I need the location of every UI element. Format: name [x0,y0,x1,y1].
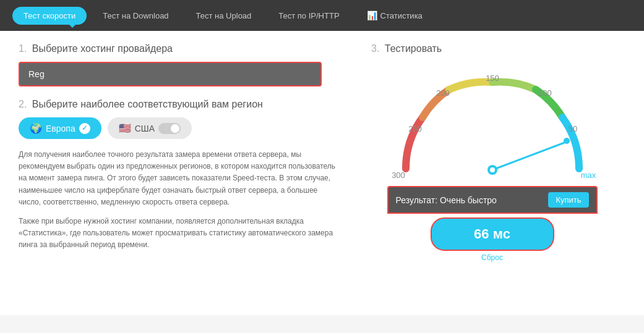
result-text: Результат: Очень быстро [396,195,497,205]
svg-point-9 [490,167,495,172]
select-dropdown-arrow: ▼ [322,69,332,80]
bar-chart-icon: 📊 [367,11,377,20]
result-bar: Результат: Очень быстро Купить [387,186,598,214]
value-display-button[interactable]: 66 мс [431,217,554,251]
checkmark-icon: ✓ [79,123,90,134]
svg-text:300: 300 [392,171,405,180]
svg-line-7 [492,143,564,170]
provider-select-wrapper: Reg ▼ [19,62,340,86]
description-text-1: Для получения наиболее точного результат… [19,149,340,208]
main-content: 1. Выберите хостинг провайдера Reg ▼ 2. … [0,31,644,315]
tab-ip-http-test[interactable]: Тест по IP/HTTP [267,7,350,25]
provider-select[interactable]: Reg [19,62,322,86]
svg-point-10 [564,138,570,144]
region-buttons: 🌍 Европа ✓ 🇺🇸 США [19,117,340,139]
tab-stats[interactable]: 📊 Статистика [356,6,434,25]
usa-flag-icon: 🇺🇸 [119,122,131,134]
region-btn-usa[interactable]: 🇺🇸 США [108,117,192,139]
description-text-2: Также при выборе нужной хостинг компании… [19,216,340,251]
tab-download-test[interactable]: Тест на Download [92,7,179,25]
tab-upload-test[interactable]: Тест на Upload [185,7,263,25]
left-panel: 1. Выберите хостинг провайдера Reg ▼ 2. … [19,43,340,303]
top-navigation: Тест скорости Тест на Download Тест на U… [0,0,644,31]
svg-text:100: 100 [538,88,552,98]
right-panel: 3. Тестировать [359,43,625,303]
speedometer-svg: 300 250 200 150 100 50 max [387,64,598,187]
provider-section-title: 1. Выберите хостинг провайдера [19,43,340,54]
speedometer: 300 250 200 150 100 50 max [387,64,598,187]
region-btn-europe[interactable]: 🌍 Европа ✓ [19,117,101,139]
svg-text:max: max [580,171,596,180]
europe-flag-icon: 🌍 [30,122,42,134]
test-section-title: 3. Тестировать [371,43,442,54]
region-section-title: 2. Выберите наиболее соответствующий вам… [19,99,340,110]
chevron-down-icon [67,23,77,28]
reset-link[interactable]: Сброс [481,253,503,262]
toggle-off-icon [158,123,181,134]
svg-text:150: 150 [486,74,499,83]
buy-button[interactable]: Купить [548,192,588,208]
svg-text:250: 250 [408,124,422,133]
svg-text:200: 200 [436,88,450,98]
region-section: 2. Выберите наиболее соответствующий вам… [19,99,340,139]
tab-speed-test[interactable]: Тест скорости [12,7,87,25]
svg-text:50: 50 [568,124,577,133]
